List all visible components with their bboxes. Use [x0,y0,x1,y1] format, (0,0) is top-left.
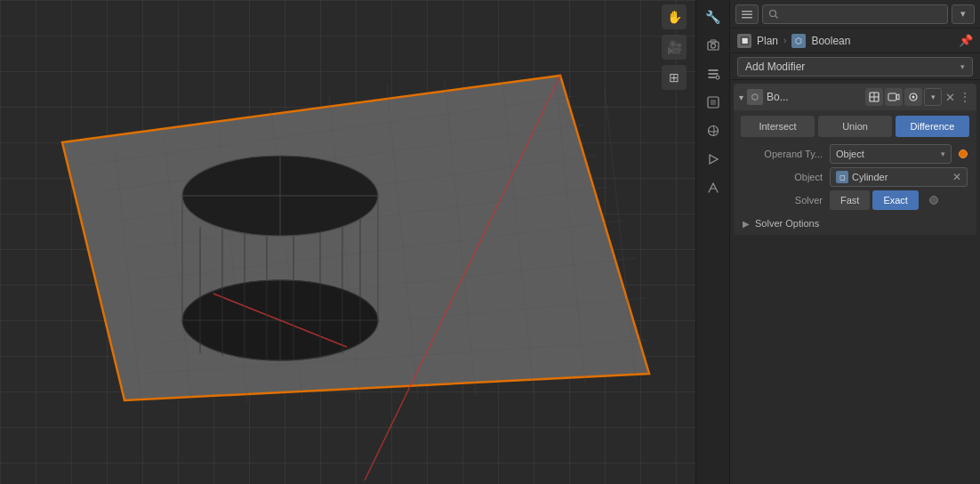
operand-type-row: Operand Ty... Object ▾ [734,142,976,165]
modifier-viewport-icon[interactable] [904,88,922,106]
operand-type-dot[interactable] [959,149,968,158]
solver-fast-button[interactable]: Fast [830,190,870,210]
svg-line-51 [775,15,778,18]
solver-options-expand-icon: ▶ [743,219,750,229]
svg-rect-55 [888,93,896,101]
difference-button[interactable]: Difference [896,116,969,137]
panel-menu-button[interactable]: ▾ [952,4,975,24]
viewport-icons: ✋ 🎥 ⊞ [662,4,687,90]
side-iconbar: 🔧 [696,0,730,484]
camera-view-icon[interactable]: 🎥 [662,35,687,60]
modifier-type-icon: ⬡ [747,89,763,105]
breadcrumb-child-icon: ⬡ [791,34,806,48]
modifier-realtime-icon[interactable] [865,88,883,106]
panel-header: ▾ [730,0,980,28]
svg-rect-47 [742,11,752,12]
operand-type-dropdown[interactable]: Object ▾ [830,144,952,164]
add-modifier-button[interactable]: Add Modifier ▾ [737,57,973,77]
object-clear-button[interactable]: ✕ [952,171,961,183]
svg-point-58 [912,96,915,99]
modifier-dropdown-button[interactable]: ▾ [924,88,942,106]
sidebar-icon-camera[interactable] [700,32,727,59]
breadcrumb-parent-label: Plan [757,35,778,47]
modifier-menu-dots[interactable]: ⋮ [959,90,971,104]
breadcrumb-parent-icon: 🔲 [737,34,751,48]
overlay-icon[interactable]: ⊞ [662,65,687,90]
sidebar-icon-render[interactable] [700,146,727,173]
operand-type-arrow: ▾ [941,149,945,158]
hand-tool-icon[interactable]: ✋ [662,4,687,29]
solver-options-row[interactable]: ▶ Solver Options [734,212,976,235]
solver-row: Solver Fast Exact [734,189,976,212]
add-modifier-label: Add Modifier [745,60,805,73]
modifier-render-icon[interactable] [885,88,903,106]
intersect-button[interactable]: Intersect [741,116,815,137]
modifier-header-icons: ▾ ✕ ⋮ [865,88,971,106]
svg-rect-48 [742,13,752,15]
svg-point-42 [716,76,719,79]
sidebar-icon-constraints[interactable] [700,174,727,201]
svg-marker-0 [62,76,649,400]
modifier-expand-arrow[interactable]: ▾ [739,93,743,102]
svg-rect-44 [711,100,716,105]
panel-settings-button[interactable] [735,4,759,24]
object-field[interactable]: ◻ Cylinder ✕ [830,167,968,187]
operand-type-label: Operand Ty... [743,149,823,159]
operand-type-value: Object [836,149,864,159]
union-button[interactable]: Union [818,116,892,137]
viewport[interactable]: ✋ 🎥 ⊞ [0,0,695,484]
scene-svg [0,0,695,484]
sidebar-icon-scene[interactable] [700,117,727,144]
svg-marker-56 [896,94,899,100]
breadcrumb-child-label: Boolean [811,35,850,47]
object-row: Object ◻ Cylinder ✕ [734,165,976,189]
right-panel: 🔧 [695,0,980,484]
sidebar-icon-modifier[interactable] [700,60,727,87]
solver-options-label: Solver Options [755,218,819,229]
pin-button[interactable]: 📌 [959,34,973,47]
add-modifier-dropdown-arrow: ▾ [960,62,965,71]
solver-exact-button[interactable]: Exact [872,190,919,210]
search-box[interactable] [762,4,948,24]
sidebar-icon-object[interactable] [700,89,727,116]
solver-label: Solver [743,195,823,206]
modifier-close-button[interactable]: ✕ [945,91,955,104]
svg-point-40 [711,44,715,48]
solver-buttons: Fast Exact [830,190,919,210]
object-value: Cylinder [852,172,888,182]
bool-type-row: Intersect Union Difference [734,110,976,142]
solver-dot[interactable] [929,196,938,205]
modifier-header: ▾ ⬡ Bo... [734,84,976,110]
object-label: Object [743,172,823,182]
properties-panel: ▾ 🔲 Plan › ⬡ Boolean 📌 Add Modifier ▾ ▾ … [730,0,980,484]
svg-rect-49 [742,17,752,19]
svg-point-45 [708,126,718,136]
add-modifier-row: Add Modifier ▾ [730,53,980,80]
modifier-block: ▾ ⬡ Bo... [734,84,976,235]
breadcrumb: 🔲 Plan › ⬡ Boolean 📌 [730,28,980,53]
object-type-icon: ◻ [836,171,848,183]
sidebar-icon-wrench[interactable]: 🔧 [700,4,727,30]
breadcrumb-arrow: › [783,36,786,45]
modifier-name[interactable]: Bo... [767,91,862,103]
svg-point-50 [770,10,776,16]
